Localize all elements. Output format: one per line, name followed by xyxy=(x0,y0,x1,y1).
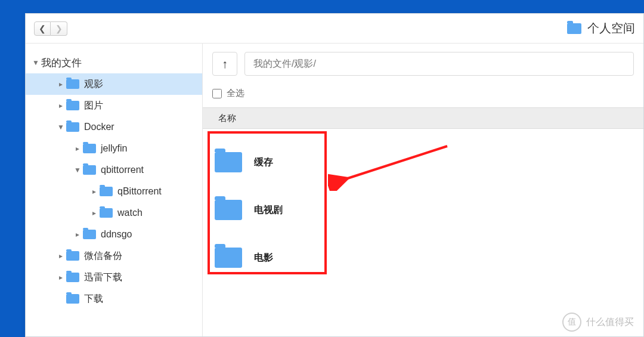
folder-row[interactable]: 电影 xyxy=(215,234,631,282)
tree-item-label: 图片 xyxy=(84,100,103,112)
folder-row[interactable]: 缓存 xyxy=(215,138,631,186)
caret-down-icon: ▼ xyxy=(32,58,40,67)
caret-right-icon: ▸ xyxy=(73,230,82,239)
column-header[interactable]: 名称 xyxy=(203,107,643,129)
tree-item-图片[interactable]: ▸图片 xyxy=(26,95,202,116)
tree-item-label: Docker xyxy=(84,122,114,132)
folder-icon xyxy=(66,122,79,132)
folder-row[interactable]: 电视剧 xyxy=(215,186,631,234)
tree-item-迅雷下载[interactable]: ▸迅雷下载 xyxy=(26,267,202,288)
path-input[interactable] xyxy=(244,52,634,76)
folder-icon xyxy=(215,152,242,172)
tree-item-label: qbittorrent xyxy=(101,165,144,175)
column-name-label: 名称 xyxy=(218,113,236,124)
folder-icon xyxy=(100,208,113,218)
tree-item-label: qBittorrent xyxy=(117,186,162,197)
select-all-row: 全选 xyxy=(203,84,643,107)
folder-name: 缓存 xyxy=(254,156,273,169)
caret-right-icon: ▸ xyxy=(90,187,98,196)
watermark-badge: 值 xyxy=(562,313,581,332)
file-manager-window: ❮ ❯ 个人空间 ▼ 我的文件 ▸观影▸图片▼Docker▸jellyfin▼q… xyxy=(25,13,644,337)
up-button[interactable]: ↑ xyxy=(212,52,237,76)
tree-root-label: 我的文件 xyxy=(41,56,82,70)
tree-item-jellyfin[interactable]: ▸jellyfin xyxy=(26,138,202,159)
sidebar: ▼ 我的文件 ▸观影▸图片▼Docker▸jellyfin▼qbittorren… xyxy=(26,44,203,336)
watermark: 值 什么值得买 xyxy=(562,313,634,332)
space-title: 个人空间 xyxy=(567,20,635,36)
folder-icon xyxy=(66,101,79,110)
caret-right-icon: ▸ xyxy=(73,144,82,153)
caret-right-icon: ▸ xyxy=(57,101,65,110)
caret-right-icon: ▸ xyxy=(57,252,65,260)
tree-item-ddnsgo[interactable]: ▸ddnsgo xyxy=(26,224,202,245)
nav-back-button[interactable]: ❮ xyxy=(34,21,51,36)
tree-item-label: ddnsgo xyxy=(101,229,132,240)
main-panel: ↑ 全选 名称 缓存电视剧电影 xyxy=(203,44,643,336)
tree-item-label: 下载 xyxy=(84,293,103,305)
tree-item-label: jellyfin xyxy=(101,143,127,154)
chevron-right-icon: ❯ xyxy=(55,24,63,33)
folder-icon xyxy=(567,23,581,34)
tree-item-label: 观影 xyxy=(84,78,103,91)
file-list: 缓存电视剧电影 xyxy=(203,129,643,291)
select-all-checkbox[interactable] xyxy=(212,89,222,98)
watermark-text: 什么值得买 xyxy=(586,316,634,329)
arrow-up-icon: ↑ xyxy=(222,57,228,71)
folder-icon xyxy=(83,230,96,239)
tree-item-微信备份[interactable]: ▸微信备份 xyxy=(26,245,202,267)
folder-name: 电影 xyxy=(254,252,273,264)
topbar: ❮ ❯ 个人空间 xyxy=(26,14,643,44)
caret-right-icon: ▸ xyxy=(90,209,98,217)
folder-icon xyxy=(100,187,113,196)
folder-icon xyxy=(215,248,242,268)
tree: ▸观影▸图片▼Docker▸jellyfin▼qbittorrent▸qBitt… xyxy=(26,73,202,310)
tree-root[interactable]: ▼ 我的文件 xyxy=(26,52,202,73)
tree-item-watch[interactable]: ▸watch xyxy=(26,202,202,224)
tree-item-docker[interactable]: ▼Docker xyxy=(26,116,202,138)
folder-icon xyxy=(83,165,96,175)
caret-down-icon: ▼ xyxy=(73,166,82,174)
folder-icon xyxy=(83,144,96,153)
folder-icon xyxy=(215,200,242,220)
caret-right-icon: ▸ xyxy=(57,273,65,282)
tree-item-label: 微信备份 xyxy=(84,250,122,262)
space-title-label: 个人空间 xyxy=(587,20,635,36)
caret-right-icon: ▸ xyxy=(57,80,65,88)
path-row: ↑ xyxy=(203,52,643,84)
folder-name: 电视剧 xyxy=(254,204,283,217)
caret-down-icon: ▼ xyxy=(57,123,65,131)
tree-item-qbittorrent[interactable]: ▼qbittorrent xyxy=(26,159,202,181)
tree-item-label: 迅雷下载 xyxy=(84,271,122,284)
chevron-left-icon: ❮ xyxy=(39,24,46,33)
tree-item-下载[interactable]: 下载 xyxy=(26,288,202,310)
folder-icon xyxy=(66,294,79,304)
select-all-label: 全选 xyxy=(227,88,244,99)
tree-item-qbittorrent[interactable]: ▸qBittorrent xyxy=(26,181,202,202)
nav-forward-button[interactable]: ❯ xyxy=(51,21,67,36)
folder-icon xyxy=(66,273,79,282)
nav-buttons: ❮ ❯ xyxy=(34,21,67,36)
folder-icon xyxy=(66,79,79,89)
tree-item-label: watch xyxy=(117,208,143,218)
tree-item-观影[interactable]: ▸观影 xyxy=(26,73,202,95)
folder-icon xyxy=(66,251,79,261)
